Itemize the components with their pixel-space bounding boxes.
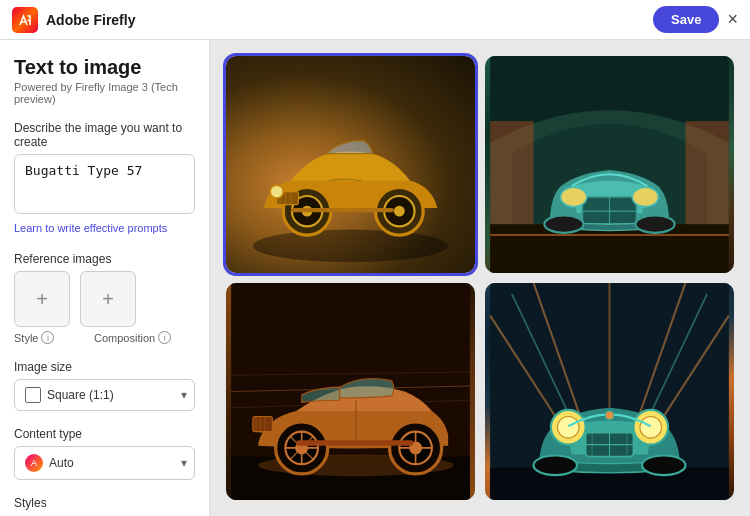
app-title: Adobe Firefly xyxy=(46,12,135,28)
style-label: Style i xyxy=(14,331,80,344)
svg-point-22 xyxy=(632,187,658,207)
header-left: Adobe Firefly xyxy=(12,7,135,33)
svg-point-70 xyxy=(642,456,685,476)
prompt-input[interactable]: Bugatti Type 57 xyxy=(14,154,195,214)
car-image-2 xyxy=(485,56,734,273)
composition-label: Composition i xyxy=(94,331,171,344)
page-title: Text to image xyxy=(14,56,195,79)
svg-point-61 xyxy=(557,416,579,438)
svg-point-24 xyxy=(636,215,675,232)
style-reference-button[interactable]: + xyxy=(14,271,70,327)
image-card-1[interactable] xyxy=(226,56,475,273)
image-card-4[interactable] xyxy=(485,283,734,500)
car-image-1 xyxy=(226,56,475,273)
content-type-avatar: A xyxy=(25,454,43,472)
composition-info-icon[interactable]: i xyxy=(158,331,171,344)
svg-point-63 xyxy=(640,416,662,438)
car-image-3 xyxy=(226,283,475,500)
image-card-3[interactable] xyxy=(226,283,475,500)
image-size-section: Image size Square (1:1) ▾ xyxy=(14,356,195,411)
reference-images-section: Reference images + + Style i Composition… xyxy=(14,248,195,344)
content-type-label: Content type xyxy=(14,427,195,441)
styles-section: Styles Popular Movements Themes xyxy=(14,492,195,516)
save-button[interactable]: Save xyxy=(653,6,719,33)
image-card-2[interactable] xyxy=(485,56,734,273)
svg-point-23 xyxy=(544,215,583,232)
content-type-select[interactable]: A Auto xyxy=(14,446,195,480)
svg-rect-12 xyxy=(291,208,394,212)
close-button[interactable]: × xyxy=(727,9,738,30)
content-type-select-wrapper: A Auto ▾ xyxy=(14,446,195,480)
prompt-label: Describe the image you want to create xyxy=(14,121,195,149)
header-right: Save × xyxy=(653,6,738,33)
style-info-icon[interactable]: i xyxy=(41,331,54,344)
svg-point-0 xyxy=(253,230,448,263)
image-size-label: Image size xyxy=(14,360,195,374)
styles-label: Styles xyxy=(14,496,195,510)
composition-reference-button[interactable]: + xyxy=(80,271,136,327)
reference-labels: Style i Composition i xyxy=(14,331,195,344)
svg-rect-46 xyxy=(253,416,273,431)
svg-point-21 xyxy=(561,187,587,207)
square-icon xyxy=(25,387,41,403)
svg-point-6 xyxy=(394,206,405,217)
reference-images-row: + + xyxy=(14,271,195,327)
title-section: Text to image Powered by Firefly Image 3… xyxy=(14,56,195,105)
svg-point-11 xyxy=(270,185,283,198)
image-size-select-wrapper: Square (1:1) ▾ xyxy=(14,379,195,411)
content-type-section: Content type A Auto ▾ xyxy=(14,423,195,480)
svg-rect-44 xyxy=(296,440,413,445)
app-header: Adobe Firefly Save × xyxy=(0,0,750,40)
learn-link[interactable]: Learn to write effective prompts xyxy=(14,222,167,234)
svg-rect-16 xyxy=(490,224,729,273)
image-grid xyxy=(210,40,750,516)
app-logo xyxy=(12,7,38,33)
reference-images-label: Reference images xyxy=(14,252,195,266)
main-layout: Text to image Powered by Firefly Image 3… xyxy=(0,40,750,516)
image-size-select[interactable]: Square (1:1) xyxy=(14,379,195,411)
sidebar: Text to image Powered by Firefly Image 3… xyxy=(0,40,210,516)
svg-point-71 xyxy=(605,411,614,420)
page-subtitle: Powered by Firefly Image 3 (Tech preview… xyxy=(14,81,195,105)
prompt-section: Describe the image you want to create Bu… xyxy=(14,117,195,236)
car-image-4 xyxy=(485,283,734,500)
svg-point-69 xyxy=(534,456,577,476)
